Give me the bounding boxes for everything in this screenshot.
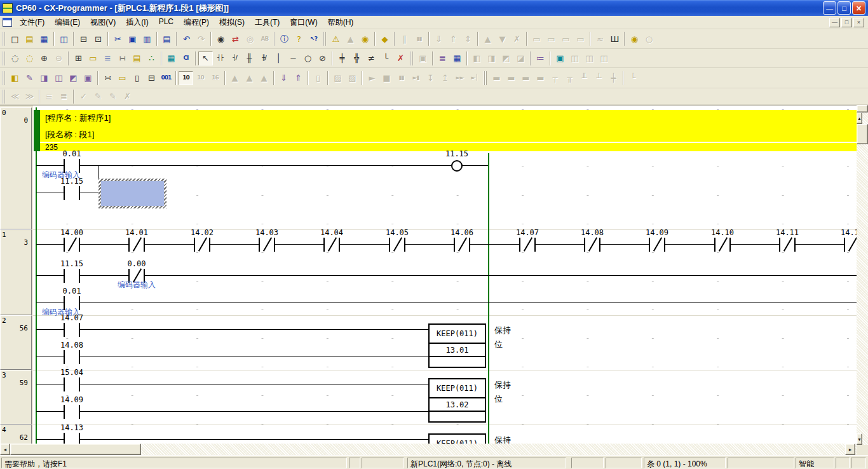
new-contact-no-button[interactable]: ┤├ — [213, 51, 227, 65]
instruction-parameter-button[interactable]: ╬ — [349, 51, 364, 65]
toolbar-grip[interactable] — [323, 32, 326, 46]
plc-memory-window-button[interactable]: ▯ — [130, 71, 144, 85]
toolbar-grip[interactable] — [2, 51, 5, 65]
new-plc-instruction-button[interactable]: ╪ — [335, 51, 349, 65]
paste-clipboard-button[interactable]: ▤ — [159, 32, 174, 46]
contact-no-14.13[interactable] — [64, 433, 80, 444]
output-coil-11.15[interactable] — [451, 160, 463, 172]
program-transfer-stack-button[interactable]: ≣ — [435, 51, 450, 65]
new-document-button[interactable]: □ — [8, 32, 22, 46]
child-close-button[interactable]: × — [853, 18, 864, 27]
contact-nc-14.06[interactable] — [454, 238, 470, 252]
cross-reference-window-button[interactable]: ◩ — [66, 71, 81, 85]
rung-margin-cell[interactable]: 462 — [0, 425, 32, 444]
find-button[interactable]: ◉ — [214, 32, 228, 46]
contact-no-14.09[interactable] — [64, 405, 80, 419]
new-coil-button[interactable]: ○ — [301, 51, 315, 65]
transfer-in-memory-button[interactable]: ⇓ — [276, 71, 291, 85]
menu-insert[interactable]: 插入(I) — [121, 16, 153, 29]
instruction-block-KEEP(011)[interactable]: KEEP(011)13.02 — [428, 378, 486, 423]
contact-nc-14.01[interactable] — [128, 238, 145, 252]
rung-comment-button[interactable]: ▭ — [86, 51, 100, 65]
child-restore-button[interactable]: □ — [841, 18, 852, 27]
contact-no-11.15[interactable] — [64, 186, 80, 200]
vertical-scrollbar[interactable]: ▲ ▼ — [857, 105, 868, 445]
toolbox-window-button[interactable]: ✎ — [22, 71, 37, 85]
line-connect-button[interactable]: └ — [379, 51, 393, 65]
new-horizontal-line-button[interactable]: ─ — [286, 51, 301, 65]
menu-simulation[interactable]: 模拟(S) — [214, 16, 250, 29]
help-topics-button[interactable]: ? — [292, 32, 306, 46]
minimize-button[interactable]: — — [823, 1, 836, 15]
child-minimize-button[interactable]: — — [829, 18, 840, 27]
set-password-button[interactable]: ◉ — [627, 32, 642, 46]
zoom-in-button[interactable]: ⊕ — [37, 51, 51, 65]
paste-button[interactable]: ▥ — [140, 32, 154, 46]
close-button[interactable]: × — [852, 1, 865, 15]
compile-program-check-button[interactable]: ⚠ — [329, 32, 343, 46]
contact-no-15.04[interactable] — [64, 377, 80, 391]
output-panel-window-button[interactable]: ◨ — [37, 71, 51, 85]
instruction-block-KEEP(011)[interactable]: KEEP(011) — [428, 433, 486, 444]
contact-nc-14.03[interactable] — [259, 238, 275, 252]
mnemonics-view-button[interactable]: ▦ — [164, 51, 179, 65]
contact-nc-14.04[interactable] — [323, 238, 340, 252]
toolbar-grip[interactable] — [410, 51, 413, 65]
print-button[interactable]: ⊟ — [76, 32, 91, 46]
transfer-out-memory-button[interactable]: ⇑ — [291, 71, 306, 85]
symbol-comment-tag-button[interactable]: ▭ — [115, 71, 130, 85]
scroll-left-button[interactable]: ◄ — [0, 444, 10, 455]
instruction-block-KEEP(011)[interactable]: KEEP(011)13.01 — [428, 323, 486, 368]
time-chart-monitor-button[interactable]: Ш — [607, 32, 622, 46]
delete-symbol-button[interactable]: ✗ — [393, 51, 408, 65]
copy-button[interactable]: ▣ — [125, 32, 140, 46]
contact-nc-14.02[interactable] — [194, 238, 210, 252]
cross-reference-popup-button[interactable]: CI — [179, 51, 193, 65]
find-compile-report-button[interactable]: ◉ — [358, 32, 372, 46]
print-preview-button[interactable]: ⊡ — [91, 32, 105, 46]
new-or-contact-no-button[interactable]: ╫ — [242, 51, 257, 65]
rung-margin-cell[interactable]: 359 — [0, 370, 32, 425]
contact-no-11.15[interactable] — [64, 269, 80, 283]
io-table-window-button[interactable]: ∺ — [100, 71, 115, 85]
watch-panel-window-button[interactable]: ◫ — [51, 71, 66, 85]
contact-no-14.08[interactable] — [64, 350, 80, 364]
io-comment-view-button[interactable]: ∺ — [115, 51, 130, 65]
contact-nc-14.00[interactable] — [64, 238, 80, 252]
new-vertical-line-button[interactable]: │ — [271, 51, 286, 65]
menu-help[interactable]: 帮助(H) — [323, 16, 359, 29]
toolbar-grip[interactable] — [2, 71, 5, 85]
select-mode-button[interactable]: ↖ — [198, 51, 213, 65]
memory-binary-view-button[interactable]: 001 — [159, 71, 173, 85]
scroll-up-button[interactable]: ▲ — [857, 112, 862, 124]
selected-cell[interactable] — [98, 179, 166, 208]
menu-view[interactable]: 视图(V) — [85, 16, 121, 29]
menu-program[interactable]: 编程(P) — [179, 16, 214, 29]
rung-margin-cell[interactable]: 256 — [0, 315, 32, 370]
zoom-tool-button[interactable]: ◌ — [8, 51, 22, 65]
toolbar-grip[interactable] — [2, 90, 5, 104]
menu-window[interactable]: 窗口(W) — [285, 16, 322, 29]
contact-nc-14.10[interactable] — [714, 238, 731, 252]
menu-plc[interactable]: PLC — [154, 16, 179, 29]
menu-tools[interactable]: 工具(T) — [250, 16, 285, 29]
edit-instruction-button[interactable]: ≠ — [364, 51, 379, 65]
new-or-contact-nc-button[interactable]: ╫/ — [257, 51, 271, 65]
contact-nc-14.09[interactable] — [649, 238, 665, 252]
contact-nc-14.11[interactable] — [779, 238, 796, 252]
replace-button[interactable]: ⇄ — [228, 32, 243, 46]
contact-nc-14.12[interactable] — [844, 238, 857, 252]
toolbar-grip[interactable] — [2, 32, 5, 46]
menu-edit[interactable]: 编辑(E) — [50, 16, 85, 29]
address-reference-tool-button[interactable]: ≔ — [533, 51, 548, 65]
new-contact-nc-button[interactable]: ┤/ — [227, 51, 242, 65]
contact-no-14.07[interactable] — [64, 323, 80, 337]
display-decimal-button[interactable]: 10 — [179, 71, 193, 85]
work-online-simulator-button[interactable]: ◆ — [377, 32, 392, 46]
address-incremental-copy-button[interactable]: ▦ — [450, 51, 465, 65]
project-workspace-window-button[interactable]: ◧ — [8, 71, 22, 85]
rung-margin-cell[interactable]: 00 — [0, 107, 32, 229]
ladder-editor[interactable]: 0013256359462[程序名 : 新程序1][段名称 : 段1]2350.… — [0, 105, 857, 444]
menu-file[interactable]: 文件(F) — [15, 16, 50, 29]
toolbar-grip[interactable] — [484, 71, 487, 85]
